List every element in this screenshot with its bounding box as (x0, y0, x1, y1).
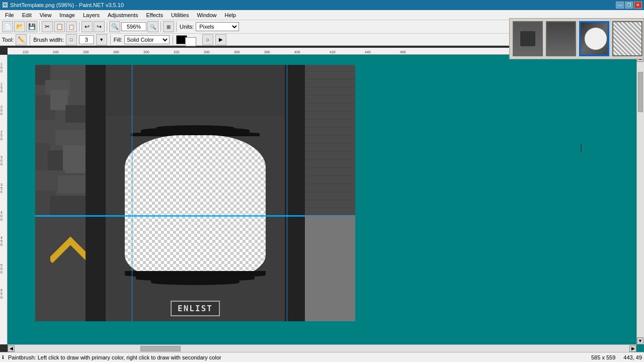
save-button[interactable]: 💾 (26, 21, 37, 32)
window-title: ShirtTemplate.png (596%) - Paint.NET v3.… (10, 2, 124, 8)
redo-button[interactable]: ↪ (94, 21, 105, 32)
svg-rect-5 (65, 105, 86, 123)
scroll-left-btn[interactable]: ◀ (8, 345, 15, 352)
menubar: File Edit View Image Layers Adjustments … (0, 10, 644, 20)
fill-label: Fill: (114, 37, 122, 43)
undo-button[interactable]: ↩ (82, 21, 93, 32)
thumbnail-strip (509, 18, 644, 59)
app-icon: 🖼 (2, 2, 8, 9)
statusbar: ℹ Paintbrush: Left click to draw with pr… (0, 352, 644, 362)
zoom-input[interactable] (121, 22, 146, 31)
canvas-area[interactable]: ENLIST (8, 55, 644, 352)
ruler-tick-340: 340 (204, 48, 210, 54)
ruler-tick-380: 380 (264, 48, 270, 54)
brush-down-button[interactable]: ▼ (96, 34, 107, 45)
svg-rect-4 (50, 90, 68, 110)
units-label: Units: (180, 24, 194, 30)
brush-width-label: Brush width: (33, 37, 64, 43)
menu-layers[interactable]: Layers (79, 11, 104, 19)
guide-vertical-r (287, 65, 287, 216)
svg-rect-12 (58, 175, 86, 193)
ruler-tick-260: 260 (83, 48, 89, 54)
paste-button[interactable]: 📋 (66, 21, 77, 32)
vtick-450: 450 (1, 236, 3, 246)
menu-view[interactable]: View (36, 11, 56, 19)
sep4 (160, 22, 161, 32)
zoom-out-button[interactable]: 🔍 (109, 21, 120, 32)
units-select[interactable]: Pixels Inches Centimeters (196, 22, 239, 31)
sep5 (176, 22, 177, 32)
status-message: Paintbrush: Left click to draw with prim… (8, 354, 587, 360)
vertical-ruler: 100 150 200 250 300 350 400 450 500 550 (0, 55, 8, 344)
vtick-150: 150 (1, 82, 3, 93)
vtick-250: 250 (1, 130, 3, 141)
menu-utilities[interactable]: Utilities (167, 11, 193, 19)
paintbrush-tool[interactable]: ✏️ (16, 34, 27, 45)
tool-label: Tool: (2, 37, 14, 43)
ruler-tick-280: 280 (113, 48, 119, 54)
ruler-tick-240: 240 (53, 48, 59, 54)
menu-effects[interactable]: Effects (142, 11, 167, 19)
vertical-scrollbar[interactable]: ▲ ▼ (636, 55, 644, 344)
secondary-color-swatch[interactable] (185, 37, 196, 46)
vtick-300: 300 (1, 155, 3, 166)
titlebar-controls[interactable]: — ❐ ✕ (616, 2, 642, 9)
svg-rect-7 (55, 130, 86, 145)
ruler-tick-320: 320 (174, 48, 180, 54)
brush-shape-btn[interactable]: ○ (202, 34, 213, 45)
vtick-500: 500 (1, 263, 3, 274)
copy-button[interactable]: 📋 (54, 21, 65, 32)
fill-select[interactable]: Solid Color No Fill Background Color (124, 35, 170, 44)
grid-button[interactable]: ⊞ (163, 21, 174, 32)
shirt-top-half (35, 65, 355, 216)
close-button[interactable]: ✕ (634, 2, 642, 9)
shirt-body-bottom: ENLIST (106, 216, 285, 321)
menu-window[interactable]: Window (193, 11, 220, 19)
menu-help[interactable]: Help (221, 11, 240, 19)
open-button[interactable]: 📂 (14, 21, 25, 32)
vtick-400: 400 (1, 211, 3, 221)
shirt-bl-panel (35, 216, 86, 321)
scroll-thumb-h[interactable] (140, 346, 181, 351)
vtick-100: 100 (1, 62, 3, 73)
ruler-tick-420: 420 (330, 48, 336, 54)
sep8 (173, 35, 173, 45)
menu-file[interactable]: File (1, 11, 18, 19)
new-button[interactable]: 📄 (2, 21, 13, 32)
scroll-down-btn[interactable]: ▼ (637, 337, 643, 344)
thumbnail-3[interactable] (579, 21, 609, 56)
thumbnail-4[interactable] (612, 21, 642, 56)
cut-button[interactable]: ✂ (42, 21, 53, 32)
statusbar-right: 585 x 559 443, 49 (591, 354, 642, 360)
brush-width-input[interactable] (79, 35, 94, 44)
ruler-tick-400: 400 (294, 48, 300, 54)
shirt-body-top (106, 65, 285, 115)
menu-adjustments[interactable]: Adjustments (104, 11, 142, 19)
brush-option-btn[interactable]: ▶ (215, 34, 226, 45)
shirt-right-panel (305, 65, 355, 216)
guide-vertical-l (132, 65, 132, 216)
horizontal-scrollbar[interactable]: ◀ ▶ (8, 344, 636, 352)
svg-rect-14 (50, 196, 86, 216)
restore-button[interactable]: ❐ (625, 2, 633, 9)
shirt-bvl (86, 216, 106, 321)
scroll-thumb-v[interactable] (638, 72, 643, 112)
titlebar-left: 🖼 ShirtTemplate.png (596%) - Paint.NET v… (2, 2, 124, 9)
sep1 (39, 22, 40, 32)
sep3 (107, 22, 107, 32)
zoom-in-button[interactable]: 🔍 (147, 21, 158, 32)
ruler-tick-360: 360 (234, 48, 240, 54)
cursor-position: 443, 49 (623, 354, 642, 360)
menu-edit[interactable]: Edit (18, 11, 36, 19)
shirt-stripe-vr (285, 65, 305, 216)
minimize-button[interactable]: — (616, 2, 624, 9)
shirt-stripe-vl (86, 65, 106, 216)
thumbnail-1[interactable] (513, 21, 543, 56)
menu-image[interactable]: Image (55, 11, 79, 19)
scroll-right-btn[interactable]: ▶ (629, 345, 636, 352)
ruler-tick-440: 440 (365, 48, 371, 54)
svg-rect-10 (63, 145, 86, 173)
shirt-bvr (285, 216, 305, 321)
thumbnail-2[interactable] (546, 21, 576, 56)
ruler-tick-300: 300 (143, 48, 149, 54)
